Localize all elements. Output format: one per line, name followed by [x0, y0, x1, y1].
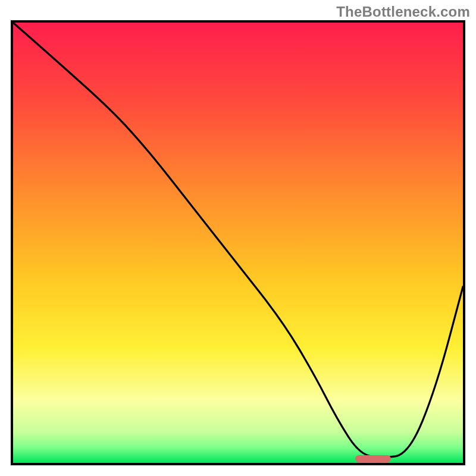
curve-layer [13, 23, 463, 463]
plot-frame [11, 20, 465, 465]
bottleneck-curve [13, 23, 463, 458]
watermark-text: TheBottleneck.com [336, 4, 470, 20]
optimal-range-marker [355, 455, 391, 462]
